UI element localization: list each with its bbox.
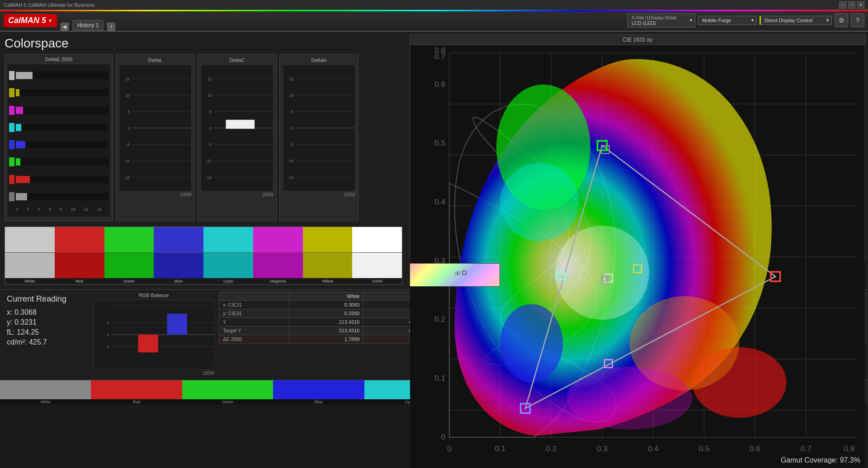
deltae-axis-4: 4	[38, 207, 40, 212]
bottom-label-blue: Blue	[273, 399, 364, 405]
svg-text:15: 15	[208, 77, 212, 81]
logo[interactable]: CalMAN 5 ▼	[4, 14, 57, 27]
svg-text:-5: -5	[290, 143, 293, 147]
cdm2-val: 425.7	[29, 338, 47, 346]
fl-label: fL:	[7, 328, 15, 336]
swatch-cyan-label: Cyan	[203, 278, 253, 284]
y-label: y:	[7, 318, 12, 326]
titlebar: CalMAN 5 CalMAN Ultimate for Business ─ …	[0, 0, 868, 10]
cie-chart: CIE 1931 xy	[410, 34, 865, 260]
close-button[interactable]: ✕	[857, 1, 864, 9]
swatch-white[interactable]: White	[5, 227, 55, 284]
table-cell-label: Y	[219, 318, 289, 326]
deltah-chart: DeltaH 15 10 5	[279, 54, 359, 221]
svg-text:0.2: 0.2	[434, 315, 445, 324]
svg-text:5: 5	[291, 110, 293, 114]
svg-text:-15: -15	[206, 176, 212, 180]
svg-text:0.4: 0.4	[434, 197, 445, 206]
device2-arrow-icon: ▼	[750, 18, 755, 23]
svg-text:0: 0	[291, 127, 293, 131]
deltae-axis-2: 2	[27, 207, 29, 212]
swatch-white-label: White	[5, 278, 55, 284]
swatch-green[interactable]: Green	[104, 227, 154, 284]
device3-label: Direct Display Control	[764, 18, 828, 23]
minimize-button[interactable]: ─	[839, 1, 846, 9]
swatch-100w[interactable]: 100W	[352, 227, 402, 284]
colorspace-title: Colorspace	[5, 36, 402, 51]
deltac-chart: DeltaC 15 10 5	[198, 54, 277, 221]
left-panel: Colorspace DeltaE 2000	[0, 32, 407, 289]
bottom-btn-blue[interactable]: Blue	[273, 380, 364, 405]
back-nav-button[interactable]: ◀	[61, 23, 69, 31]
deltah-xlabel: 100W	[283, 192, 355, 197]
deltae-axis-6: 6	[49, 207, 51, 212]
table-cell-value: 1.7899	[289, 335, 363, 344]
gamut-label: Gamut Coverage:	[781, 456, 838, 464]
svg-text:0.2: 0.2	[546, 444, 557, 453]
logo-dropdown-icon: ▼	[48, 18, 52, 23]
svg-text:-15: -15	[124, 176, 130, 180]
svg-point-82	[500, 304, 563, 382]
maximize-button[interactable]: □	[848, 1, 855, 9]
table-cell-value: 213.4316	[289, 318, 363, 326]
svg-text:-15: -15	[288, 176, 293, 180]
bottom-label-green: Green	[182, 399, 273, 405]
device2-dropdown[interactable]: Mobile Forge ▼	[698, 16, 757, 25]
swatch-yellow[interactable]: Yellow	[303, 227, 353, 284]
x-val: 0.3068	[14, 308, 37, 316]
svg-text:5: 5	[107, 321, 109, 325]
svg-text:0.6: 0.6	[750, 444, 760, 453]
device1-arrow-icon: ▼	[689, 18, 693, 23]
settings-button[interactable]: ⚙	[835, 14, 848, 27]
svg-text:-10: -10	[124, 159, 130, 163]
history-tab-label: History 1	[77, 22, 99, 28]
svg-text:0.8: 0.8	[844, 444, 854, 453]
device3-dropdown[interactable]: Direct Display Control ▼	[760, 16, 832, 25]
svg-text:0.4: 0.4	[648, 444, 659, 453]
y-value: y: 0.3231	[7, 318, 84, 326]
bottom-btn-red[interactable]: Red	[91, 380, 182, 405]
logo-text: CalMAN 5	[8, 16, 46, 25]
svg-text:0: 0	[107, 333, 109, 337]
bottom-btn-green[interactable]: Green	[182, 380, 273, 405]
x-value: x: 0.3068	[7, 308, 84, 317]
add-tab-button[interactable]: +	[107, 23, 115, 31]
y-val: 0.3231	[14, 318, 37, 326]
current-reading-panel: Current Reading x: 0.3068 y: 0.3231 fL: …	[0, 290, 90, 380]
svg-text:0: 0	[209, 127, 212, 131]
titlebar-title: CalMAN 5 CalMAN Ultimate for Business	[4, 2, 94, 8]
deltac-title: DeltaC	[201, 57, 274, 63]
rgb-balance-chart: RGB Balance 5 0 -5	[90, 290, 217, 380]
deltae-chart: DeltaE 2000	[5, 54, 113, 221]
svg-text:0.5: 0.5	[698, 444, 709, 453]
svg-rect-107	[167, 314, 187, 335]
table-cell-label: ΔE 2000	[219, 335, 289, 344]
device1-dropdown[interactable]: X-Rite i1Display Retail LCD (LED) ▼	[627, 14, 695, 28]
device2-label: Mobile Forge	[702, 18, 753, 23]
history-tab[interactable]: History 1	[72, 20, 104, 31]
swatch-red[interactable]: Red	[55, 227, 104, 284]
swatch-blue-label: Blue	[154, 278, 203, 284]
svg-text:10: 10	[289, 94, 294, 98]
swatch-green-label: Green	[104, 278, 154, 284]
bottom-btn-white[interactable]: White	[0, 380, 91, 405]
cdm2-label: cd/m²:	[7, 338, 27, 346]
fl-val: 124.25	[17, 328, 39, 336]
svg-text:-10: -10	[288, 159, 293, 163]
bottom-label-red: Red	[91, 399, 182, 405]
gamut-value: 97.3%	[840, 456, 860, 464]
swatch-cyan[interactable]: Cyan	[203, 227, 253, 284]
table-cell-value: 0.3083	[289, 301, 363, 309]
deltal-xlabel: 100W	[119, 192, 192, 197]
deltal-chart: DeltaL 15 10	[116, 54, 195, 221]
rgb-balance-title: RGB Balance	[93, 293, 214, 298]
help-button[interactable]: ?	[851, 14, 864, 27]
cie-diagram: 0 0.1 0.2 0.3 0.4 0.5 0.6 0.7 0.8 0 0.1 …	[410, 45, 865, 468]
swatch-magenta[interactable]: Magenta	[253, 227, 303, 284]
charts-row: DeltaE 2000	[5, 54, 402, 221]
table-cell-value: 0.3260	[289, 309, 363, 318]
svg-text:-5: -5	[106, 345, 109, 349]
swatch-blue[interactable]: Blue	[154, 227, 203, 284]
toolbar: CalMAN 5 ▼ ◀ History 1 + X-Rite i1Displa…	[0, 10, 868, 32]
table-cell-value: 213.4316	[289, 326, 363, 335]
